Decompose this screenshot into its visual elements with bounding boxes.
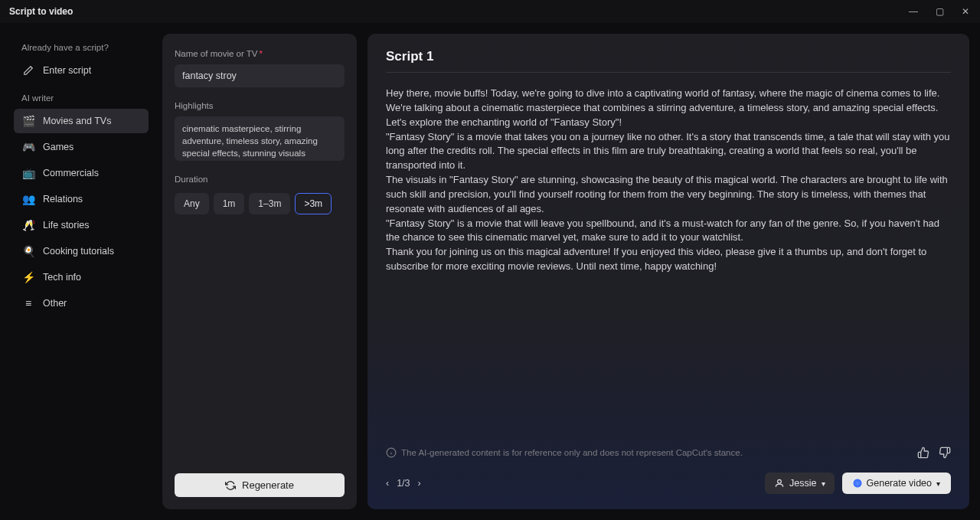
script-title: Script 1 <box>386 49 951 73</box>
category-icon: 🎮 <box>21 140 35 154</box>
category-icon: 🎬 <box>21 114 35 128</box>
sidebar: Already have a script? Enter script AI w… <box>11 34 152 509</box>
duration-option[interactable]: Any <box>175 193 209 214</box>
window-controls: — ▢ ✕ <box>908 6 971 17</box>
chevron-down-icon: ▾ <box>936 479 940 488</box>
page-indicator: 1/3 <box>397 478 410 489</box>
category-icon: 🥂 <box>21 218 35 232</box>
sidebar-item-label: Games <box>43 142 74 152</box>
sidebar-item-life-stories[interactable]: 🥂Life stories <box>14 213 149 237</box>
svg-point-3 <box>778 479 782 483</box>
bottom-bar: ‹ 1/3 › Jessie ▾ Generate video ▾ <box>386 469 951 494</box>
chevron-down-icon: ▾ <box>822 479 825 488</box>
sidebar-item-other[interactable]: ≡Other <box>14 291 149 316</box>
script-body: Hey there, movie buffs! Today, we're goi… <box>386 87 951 440</box>
disclaimer-text: The AI-generated content is for referenc… <box>401 448 743 457</box>
refresh-icon <box>225 480 236 491</box>
duration-label: Duration <box>175 175 345 184</box>
category-icon: ≡ <box>21 296 35 310</box>
pager: ‹ 1/3 › <box>386 478 421 489</box>
page-next[interactable]: › <box>418 478 421 489</box>
duration-option[interactable]: 1m <box>214 193 245 214</box>
info-icon <box>386 447 397 458</box>
enter-script-label: Enter script <box>43 65 91 76</box>
generate-video-button[interactable]: Generate video ▾ <box>842 473 951 494</box>
disclaimer-row: The AI-generated content is for referenc… <box>386 440 951 469</box>
window-title: Script to video <box>9 6 73 17</box>
category-icon: ⚡ <box>21 270 35 284</box>
sidebar-item-label: Cooking tutorials <box>43 246 114 257</box>
minimize-button[interactable]: — <box>908 6 919 17</box>
enter-script-item[interactable]: Enter script <box>14 58 149 83</box>
sidebar-item-games[interactable]: 🎮Games <box>14 135 149 159</box>
name-input[interactable] <box>175 64 345 87</box>
sidebar-item-label: Commercials <box>43 168 99 178</box>
sidebar-item-relations[interactable]: 👥Relations <box>14 187 149 211</box>
pencil-icon <box>21 64 35 77</box>
category-icon: 👥 <box>21 192 35 206</box>
sidebar-item-label: Tech info <box>43 272 81 283</box>
page-prev[interactable]: ‹ <box>386 478 389 489</box>
sidebar-item-commercials[interactable]: 📺Commercials <box>14 161 149 185</box>
content-panel: Script 1 Hey there, movie buffs! Today, … <box>368 34 969 509</box>
duration-option[interactable]: >3m <box>295 193 332 214</box>
sidebar-item-tech-info[interactable]: ⚡Tech info <box>14 265 149 289</box>
name-label: Name of movie or TV* <box>175 49 345 58</box>
regenerate-button[interactable]: Regenerate <box>175 473 345 497</box>
sidebar-item-label: Movies and TVs <box>43 116 111 126</box>
sidebar-item-cooking-tutorials[interactable]: 🍳Cooking tutorials <box>14 239 149 263</box>
duration-row: Any1m1–3m>3m <box>175 193 345 214</box>
close-button[interactable]: ✕ <box>960 6 971 17</box>
spark-icon <box>853 479 862 488</box>
sidebar-item-label: Relations <box>43 194 83 204</box>
form-panel: Name of movie or TV* Highlights Duration… <box>162 34 357 509</box>
sidebar-item-label: Life stories <box>43 220 89 231</box>
voice-icon <box>774 478 785 489</box>
sidebar-item-label: Other <box>43 298 67 309</box>
thumbs-up-icon[interactable] <box>917 446 929 459</box>
highlights-label: Highlights <box>175 101 345 110</box>
sidebar-item-movies-and-tvs[interactable]: 🎬Movies and TVs <box>14 109 149 133</box>
thumbs-down-icon[interactable] <box>939 446 951 459</box>
sidebar-section-ai: AI writer <box>14 90 149 109</box>
duration-option[interactable]: 1–3m <box>249 193 290 214</box>
category-icon: 🍳 <box>21 244 35 258</box>
sidebar-section-script: Already have a script? <box>14 40 149 58</box>
title-bar: Script to video — ▢ ✕ <box>0 0 980 23</box>
category-icon: 📺 <box>21 166 35 180</box>
highlights-input[interactable] <box>175 116 345 161</box>
maximize-button[interactable]: ▢ <box>934 6 945 17</box>
voice-selector[interactable]: Jessie ▾ <box>765 473 834 494</box>
